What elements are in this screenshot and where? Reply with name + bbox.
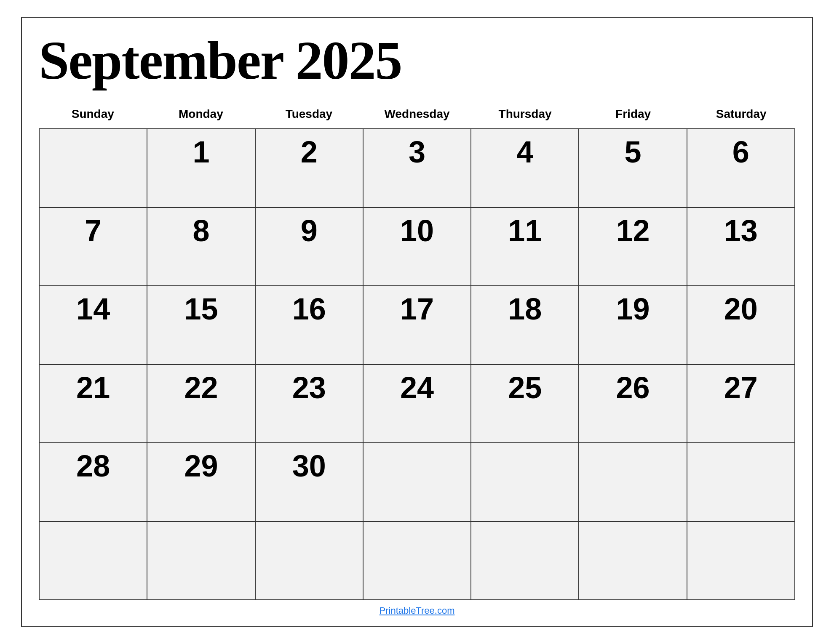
calendar-rows: 1234567891011121314151617181920212223242… <box>39 128 795 600</box>
day-number: 5 <box>625 137 642 167</box>
calendar-row: 282930 <box>40 443 795 522</box>
day-header-sunday: Sunday <box>39 103 147 125</box>
day-number: 2 <box>301 137 318 167</box>
calendar-cell: 16 <box>256 286 364 364</box>
calendar-cell: 23 <box>256 365 364 443</box>
day-number: 15 <box>184 294 218 324</box>
calendar-cell: 12 <box>579 208 687 286</box>
day-number: 7 <box>85 216 102 246</box>
day-number: 12 <box>616 216 650 246</box>
footer-link[interactable]: PrintableTree.com <box>380 605 455 616</box>
calendar-cell: 8 <box>147 208 255 286</box>
calendar-cell: 10 <box>364 208 471 286</box>
day-number: 30 <box>292 451 326 481</box>
calendar-row: 78910111213 <box>40 208 795 287</box>
day-number: 11 <box>508 216 542 246</box>
day-header-wednesday: Wednesday <box>363 103 471 125</box>
day-number: 16 <box>292 294 326 324</box>
calendar-cell <box>256 522 364 600</box>
day-number: 1 <box>192 137 209 167</box>
calendar-cell: 19 <box>579 286 687 364</box>
calendar-cell <box>687 522 795 600</box>
calendar-cell: 30 <box>256 443 364 521</box>
day-number: 23 <box>292 373 326 403</box>
calendar-cell <box>687 443 795 521</box>
calendar-cell: 14 <box>40 286 147 364</box>
calendar-row <box>40 522 795 601</box>
calendar-cell <box>579 443 687 521</box>
day-number: 27 <box>724 373 758 403</box>
calendar-cell: 18 <box>471 286 579 364</box>
calendar-cell: 21 <box>40 365 147 443</box>
calendar-row: 123456 <box>40 129 795 208</box>
calendar-cell <box>364 522 471 600</box>
day-number: 3 <box>409 137 425 167</box>
calendar-cell <box>471 443 579 521</box>
calendar-cell <box>147 522 255 600</box>
day-number: 9 <box>301 216 318 246</box>
day-number: 4 <box>516 137 533 167</box>
day-number: 25 <box>508 373 542 403</box>
calendar-cell: 4 <box>471 129 579 207</box>
footer: PrintableTree.com <box>39 600 795 618</box>
calendar-grid: SundayMondayTuesdayWednesdayThursdayFrid… <box>39 103 795 600</box>
calendar-cell: 26 <box>579 365 687 443</box>
day-number: 10 <box>400 216 434 246</box>
day-header-thursday: Thursday <box>471 103 579 125</box>
calendar-row: 14151617181920 <box>40 286 795 365</box>
day-number: 22 <box>184 373 218 403</box>
calendar-row: 21222324252627 <box>40 365 795 444</box>
calendar-cell: 17 <box>364 286 471 364</box>
calendar-cell: 20 <box>687 286 795 364</box>
day-number: 13 <box>724 216 758 246</box>
calendar-cell <box>40 129 147 207</box>
calendar-cell: 9 <box>256 208 364 286</box>
calendar-cell: 3 <box>364 129 471 207</box>
day-number: 29 <box>184 451 218 481</box>
calendar-cell: 2 <box>256 129 364 207</box>
calendar-cell: 1 <box>147 129 255 207</box>
calendar-cell: 13 <box>687 208 795 286</box>
calendar-cell <box>471 522 579 600</box>
calendar-cell: 29 <box>147 443 255 521</box>
day-number: 8 <box>192 216 209 246</box>
calendar-cell: 6 <box>687 129 795 207</box>
day-number: 20 <box>724 294 758 324</box>
calendar-cell <box>579 522 687 600</box>
day-headers: SundayMondayTuesdayWednesdayThursdayFrid… <box>39 103 795 125</box>
day-number: 17 <box>400 294 434 324</box>
calendar-cell: 15 <box>147 286 255 364</box>
day-number: 26 <box>616 373 650 403</box>
day-number: 6 <box>732 137 749 167</box>
day-header-saturday: Saturday <box>687 103 795 125</box>
day-header-monday: Monday <box>147 103 255 125</box>
day-number: 21 <box>76 373 110 403</box>
calendar-cell: 25 <box>471 365 579 443</box>
day-number: 14 <box>76 294 110 324</box>
calendar-cell <box>364 443 471 521</box>
calendar-cell: 5 <box>579 129 687 207</box>
day-number: 24 <box>400 373 434 403</box>
calendar-cell: 27 <box>687 365 795 443</box>
day-number: 18 <box>508 294 542 324</box>
calendar-cell: 11 <box>471 208 579 286</box>
calendar-cell <box>40 522 147 600</box>
day-header-tuesday: Tuesday <box>255 103 363 125</box>
calendar-cell: 7 <box>40 208 147 286</box>
calendar-cell: 24 <box>364 365 471 443</box>
calendar-title: September 2025 <box>39 30 795 90</box>
calendar-cell: 28 <box>40 443 147 521</box>
day-header-friday: Friday <box>579 103 687 125</box>
day-number: 19 <box>616 294 650 324</box>
calendar-cell: 22 <box>147 365 255 443</box>
calendar-container: September 2025 SundayMondayTuesdayWednes… <box>21 17 813 627</box>
day-number: 28 <box>76 451 110 481</box>
